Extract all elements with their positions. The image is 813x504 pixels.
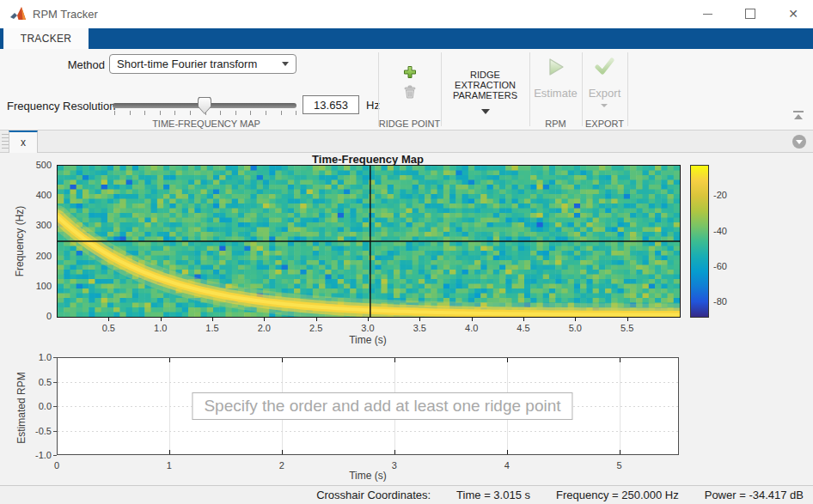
collapse-up-icon bbox=[794, 114, 803, 119]
section-ridge-point: RIDGE POINT bbox=[378, 118, 441, 129]
colorbar-tick-label: -80 bbox=[713, 296, 727, 307]
x-tick-label: 1.0 bbox=[154, 323, 167, 333]
circle-down-arrow-icon bbox=[796, 140, 803, 144]
spectrogram-plot[interactable] bbox=[57, 165, 681, 318]
close-icon: ✕ bbox=[788, 8, 798, 20]
status-bar: Crosshair Coordinates: Time = 3.015 s Fr… bbox=[0, 485, 813, 504]
x-tick-mark bbox=[523, 318, 524, 321]
maximize-icon bbox=[745, 9, 755, 19]
x-tick-label: 5.5 bbox=[620, 323, 633, 333]
y-tick-mark bbox=[53, 406, 57, 407]
tab-options-button[interactable] bbox=[792, 135, 806, 149]
x-tick-mark bbox=[212, 318, 213, 321]
grid-line bbox=[58, 431, 678, 432]
spectrogram-ylabel: Frequency (Hz) bbox=[14, 203, 26, 280]
x-tick-mark bbox=[472, 318, 473, 321]
x-tick-mark bbox=[169, 358, 170, 362]
x-tick-mark bbox=[575, 318, 576, 321]
y-tick-label: -1.0 bbox=[7, 450, 52, 460]
x-tick-mark bbox=[507, 358, 508, 362]
tab-x[interactable]: x bbox=[9, 131, 38, 153]
chevron-down-icon bbox=[601, 104, 608, 107]
y-tick-label: 400 bbox=[7, 190, 52, 200]
x-tick-label: 2.5 bbox=[309, 323, 322, 333]
method-dropdown[interactable]: Short-time Fourier transform bbox=[109, 54, 296, 74]
play-icon[interactable] bbox=[547, 57, 565, 77]
colorbar bbox=[690, 165, 709, 318]
minimize-icon bbox=[703, 14, 712, 15]
crosshair-coordinates-label: Crosshair Coordinates: bbox=[316, 489, 431, 501]
x-tick-mark bbox=[627, 318, 628, 321]
x-tick-label: 3.0 bbox=[361, 323, 374, 333]
estimate-button[interactable]: Estimate bbox=[529, 87, 582, 100]
y-tick-mark bbox=[53, 357, 57, 358]
y-tick-mark bbox=[53, 431, 57, 432]
y-tick-mark bbox=[53, 382, 57, 383]
colorbar-tick-label: -60 bbox=[713, 261, 727, 271]
x-tick-label: 0.5 bbox=[102, 323, 115, 333]
x-tick-mark bbox=[620, 358, 620, 362]
window-title: RPM Tracker bbox=[33, 8, 98, 21]
x-tick-mark bbox=[419, 318, 420, 321]
x-tick-mark bbox=[620, 450, 620, 454]
rep-line-3: PARAMETERS bbox=[441, 90, 529, 100]
x-tick-label: 4.0 bbox=[465, 323, 478, 333]
method-label: Method bbox=[0, 58, 105, 71]
x-tick-mark bbox=[108, 318, 109, 321]
colorbar-tick-label: -20 bbox=[713, 190, 727, 200]
spectrogram-xlabel: Time (s) bbox=[57, 334, 679, 346]
x-tick-mark bbox=[368, 318, 369, 321]
ridge-point-hint-message: Specify the order and add at least one r… bbox=[192, 392, 572, 420]
y-tick-label: 100 bbox=[7, 281, 52, 291]
x-tick-mark bbox=[394, 450, 395, 454]
y-tick-label: 1.0 bbox=[7, 352, 52, 362]
section-divider bbox=[627, 52, 628, 126]
x-tick-label: 2.0 bbox=[258, 323, 271, 333]
section-divider bbox=[378, 52, 379, 126]
x-tick-mark bbox=[264, 318, 265, 321]
x-tick-mark bbox=[316, 318, 317, 321]
chevron-down-icon bbox=[481, 109, 490, 114]
x-tick-mark bbox=[507, 450, 508, 454]
rpm-tracker-window: RPM Tracker ✕ TRACKER Method Short-time … bbox=[0, 0, 813, 504]
grid-line bbox=[58, 382, 678, 383]
maximize-button[interactable] bbox=[733, 0, 767, 27]
section-export: EXPORT bbox=[582, 118, 627, 129]
close-button[interactable]: ✕ bbox=[776, 0, 810, 27]
freq-resolution-label: Frequency Resolution bbox=[7, 100, 115, 112]
colorbar-tick-label: -40 bbox=[713, 226, 727, 236]
spectrogram-title: Time-Frequency Map bbox=[57, 153, 679, 166]
drag-grip-icon[interactable] bbox=[2, 134, 9, 149]
plus-icon[interactable] bbox=[403, 65, 417, 79]
collapse-ribbon-button[interactable] bbox=[792, 111, 804, 121]
y-tick-mark bbox=[53, 455, 57, 456]
x-tick-mark bbox=[282, 358, 283, 362]
crosshair-time: Time = 3.015 s bbox=[456, 489, 530, 501]
rep-line-1: RIDGE bbox=[441, 70, 529, 80]
check-icon[interactable] bbox=[594, 58, 614, 76]
section-time-frequency-map: TIME-FREQUENCY MAP bbox=[34, 118, 378, 129]
tab-tracker[interactable]: TRACKER bbox=[3, 28, 89, 49]
x-tick-mark bbox=[394, 358, 395, 362]
rep-line-2: EXTRACTION bbox=[441, 80, 529, 90]
crosshair-power: Power = -34.417 dB bbox=[705, 489, 804, 501]
freq-resolution-input[interactable] bbox=[303, 95, 359, 114]
section-rpm: RPM bbox=[529, 118, 582, 129]
y-tick-label: 500 bbox=[7, 160, 52, 170]
rpm-ylabel: Estimated RPM bbox=[15, 369, 28, 446]
ribbon-toolbar: Method Short-time Fourier transform Freq… bbox=[0, 49, 813, 131]
matlab-logo-icon bbox=[10, 6, 28, 22]
document-tab-bar: x bbox=[0, 131, 813, 153]
ridge-extraction-parameters-button[interactable]: RIDGE EXTRACTION PARAMETERS bbox=[441, 70, 529, 100]
y-tick-label: 0.5 bbox=[7, 377, 52, 387]
title-bar: RPM Tracker ✕ bbox=[0, 0, 813, 28]
figure-panel: Time-Frequency Map 0.51.01.52.02.53.03.5… bbox=[0, 153, 813, 485]
crosshair-frequency: Frequency = 250.000 Hz bbox=[556, 489, 679, 501]
export-button[interactable]: Export bbox=[582, 87, 627, 100]
trash-icon[interactable] bbox=[403, 85, 417, 99]
x-tick-label: 1.5 bbox=[205, 323, 218, 333]
x-tick-mark bbox=[161, 318, 162, 321]
rpm-xlabel: Time (s) bbox=[57, 470, 679, 482]
minimize-button[interactable] bbox=[690, 0, 724, 27]
x-tick-mark bbox=[169, 450, 170, 454]
